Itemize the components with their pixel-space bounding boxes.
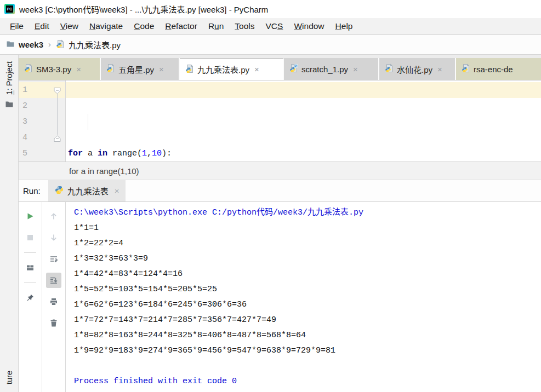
down-arrow-icon: [46, 230, 61, 245]
toolbar-separator: [24, 252, 36, 253]
console-line: 1*2=22*2=4: [74, 236, 541, 251]
menu-bar: FileEditViewNavigateCodeRefactorRunTools…: [0, 18, 541, 35]
print-icon[interactable]: [46, 294, 61, 309]
left-tool-window-strip: 1: Project ture: [0, 55, 19, 392]
console-line: Process finished with exit code 0: [74, 374, 541, 389]
chevron-right-icon: ›: [48, 39, 51, 49]
tab-label: 九九乘法表.py: [197, 64, 249, 75]
window-title: week3 [C:\python代码\week3] - ...\九九乘法表.py…: [19, 3, 268, 15]
python-file-icon: [185, 64, 194, 75]
run-tab-close-icon[interactable]: ×: [115, 186, 119, 195]
menu-item-edit[interactable]: Edit: [29, 21, 55, 31]
menu-item-help[interactable]: Help: [330, 21, 358, 31]
console-line: 1*5=52*5=103*5=154*5=205*5=25: [74, 282, 541, 297]
python-file-icon: [24, 64, 33, 74]
trash-icon[interactable]: [46, 315, 61, 331]
editor-tab-sm3-3[interactable]: SM3-3.py×: [19, 58, 101, 80]
tab-close-icon[interactable]: ×: [353, 65, 358, 74]
editor[interactable]: 12345 for a in range(1,10): for b in ran…: [19, 80, 541, 162]
structure-button-label: ture: [5, 371, 14, 384]
tab-close-icon[interactable]: ×: [254, 65, 259, 74]
indent-guide: [88, 114, 88, 130]
tool-window-button-structure[interactable]: ture: [0, 371, 18, 384]
up-arrow-icon: [46, 209, 61, 224]
console-toolbar: [42, 202, 66, 392]
python-file-icon: [462, 64, 470, 74]
editor-tab-wujiaoxing[interactable]: 五角星.py×: [101, 58, 180, 80]
folder-icon: [5, 100, 14, 110]
console-line: [74, 359, 541, 374]
code-line-1[interactable]: for a in range(1,10):: [68, 146, 541, 162]
tab-label: SM3-3.py: [36, 65, 71, 74]
console-line: 1*7=72*7=143*7=214*7=285*7=356*7=427*7=4…: [74, 313, 541, 328]
editor-gutter[interactable]: 12345: [19, 80, 66, 162]
content-column: SM3-3.py×五角星.py×九九乘法表.py×scratch_1.py×水仙…: [19, 55, 541, 392]
console-line: 1*4=42*4=83*4=124*4=16: [74, 267, 541, 282]
menu-item-refactor[interactable]: Refactor: [160, 21, 203, 31]
run-play-icon[interactable]: [22, 209, 38, 224]
console-line: C:\week3\Scripts\python.exe C:/python代码/…: [74, 205, 541, 221]
tab-label: 水仙花.py: [397, 64, 432, 75]
editor-tab-jiujiu[interactable]: 九九乘法表.py×: [180, 58, 284, 80]
python-file-icon: [385, 64, 394, 74]
line-number[interactable]: 3: [19, 114, 65, 130]
pycharm-logo-icon: PC: [4, 4, 15, 14]
console-output[interactable]: C:\week3\Scripts\python.exe C:/python代码/…: [66, 202, 541, 392]
menu-item-window[interactable]: Window: [288, 21, 329, 31]
tab-close-icon[interactable]: ×: [76, 65, 81, 74]
editor-tab-bar: SM3-3.py×五角星.py×九九乘法表.py×scratch_1.py×水仙…: [19, 55, 541, 80]
editor-tab-shuixianhua[interactable]: 水仙花.py×: [379, 58, 456, 80]
caret-row-highlight: [66, 82, 541, 98]
tab-label: scratch_1.py: [301, 65, 348, 74]
pin-icon[interactable]: [22, 290, 38, 305]
run-toolbar-left: [19, 202, 42, 392]
python-file-icon: [56, 39, 65, 50]
scroll-to-end-icon[interactable]: [46, 273, 61, 288]
tab-label: 五角星.py: [118, 64, 154, 75]
fold-open-icon[interactable]: [54, 87, 61, 93]
pycharm-window: PC week3 [C:\python代码\week3] - ...\九九乘法表…: [0, 0, 541, 392]
fold-close-icon[interactable]: [54, 134, 61, 141]
python-logo-icon: [55, 186, 64, 196]
menu-item-tools[interactable]: Tools: [229, 21, 260, 31]
soft-wrap-icon[interactable]: [46, 251, 61, 267]
code-area[interactable]: for a in range(1,10): for b in range(1,a…: [66, 80, 541, 162]
editor-tab-rsa-enc-de[interactable]: rsa-enc-de: [456, 58, 541, 80]
stop-icon: [22, 230, 38, 245]
title-bar: PC week3 [C:\python代码\week3] - ...\九九乘法表…: [0, 0, 541, 18]
console-line: 1*1=1: [74, 221, 541, 236]
breadcrumb: week3 › 九九乘法表.py: [0, 35, 541, 55]
menu-item-vcs[interactable]: VCS: [260, 21, 289, 31]
console-line: 1*3=32*3=63*3=9: [74, 251, 541, 267]
breadcrumb-file[interactable]: 九九乘法表.py: [69, 39, 121, 50]
restore-layout-icon[interactable]: [22, 260, 38, 275]
console-line: 1*6=62*6=123*6=184*6=245*6=306*6=36: [74, 297, 541, 313]
run-tool-window-header: Run: 九九乘法表 ×: [19, 180, 541, 202]
run-tab-label: 九九乘法表: [67, 185, 109, 197]
tab-close-icon[interactable]: ×: [437, 65, 442, 74]
line-number[interactable]: 2: [19, 98, 65, 114]
run-tab[interactable]: 九九乘法表 ×: [48, 180, 126, 201]
menu-item-run[interactable]: Run: [203, 21, 229, 31]
console-line: 1*8=82*8=163*8=244*8=325*8=406*8=487*8=5…: [74, 328, 541, 343]
folder-icon: [6, 39, 15, 50]
fold-connector-line: [57, 94, 58, 135]
main-area: 1: Project ture SM3-3.py×五角星.py×九九乘法表.py…: [0, 55, 541, 392]
menu-item-navigate[interactable]: Navigate: [84, 21, 128, 31]
python-file-icon: [106, 64, 115, 74]
tab-close-icon[interactable]: ×: [159, 65, 164, 74]
tab-label: rsa-enc-de: [474, 65, 513, 74]
line-number[interactable]: 5: [19, 146, 65, 162]
editor-tab-scratch-1[interactable]: scratch_1.py×: [284, 58, 379, 80]
console-line: 1*9=92*9=183*9=274*9=365*9=456*9=547*9=6…: [74, 343, 541, 359]
menu-item-file[interactable]: File: [4, 21, 29, 31]
breadcrumb-project[interactable]: week3: [19, 40, 43, 49]
run-console: C:\week3\Scripts\python.exe C:/python代码/…: [19, 202, 541, 392]
context-info-bar: for a in range(1,10): [19, 162, 541, 180]
run-label: Run:: [23, 186, 41, 195]
tool-window-button-project[interactable]: 1: Project: [0, 61, 18, 110]
project-button-label: 1: Project: [5, 61, 14, 95]
menu-item-view[interactable]: View: [55, 21, 84, 31]
menu-item-code[interactable]: Code: [128, 21, 160, 31]
toolbar-separator: [24, 283, 36, 283]
